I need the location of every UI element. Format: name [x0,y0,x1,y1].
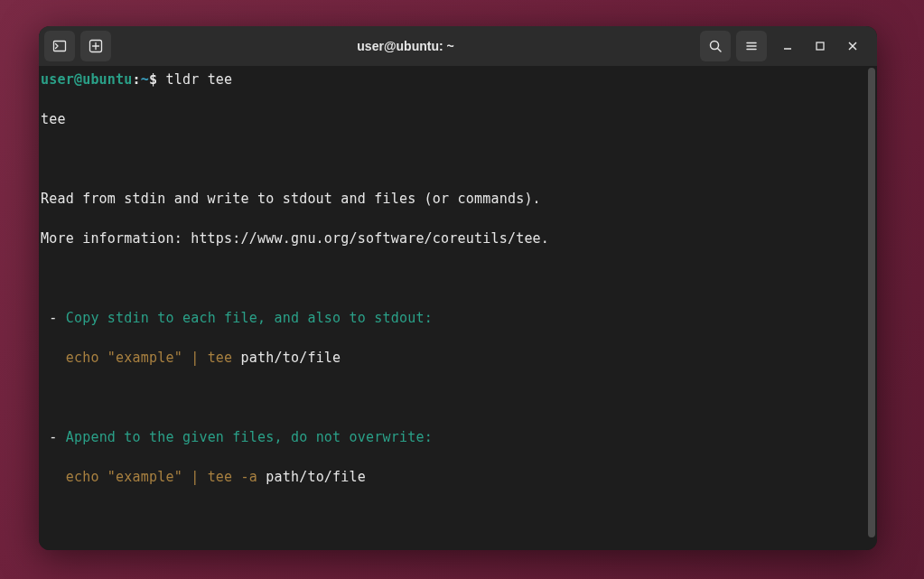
item-arg: path/to/file [266,469,366,485]
output-desc1: Read from stdin and write to stdout and … [41,189,875,209]
window-controls [778,36,863,56]
scrollbar[interactable] [868,68,875,537]
terminal-window: user@ubuntu: ~ user@ubuntu:~$ tldr tee t [39,26,877,550]
minimize-button[interactable] [778,36,798,56]
item-title: Append to the given files, do not overwr… [66,429,433,445]
item-cmd: echo "example" | tee -a [66,469,266,485]
output-name: tee [41,109,875,129]
prompt-path: ~ [141,71,149,88]
new-tab-button[interactable] [80,31,111,61]
prompt-dollar: $ [149,71,165,88]
svg-rect-0 [54,42,66,51]
item-cmd: echo "example" | tee [66,350,241,366]
item-title: Print stdin to the terminal, and also pi… [66,548,817,550]
terminal-output[interactable]: user@ubuntu:~$ tldr tee tee Read from st… [39,66,877,550]
prompt-user-host: user@ubuntu [41,71,133,88]
output-desc2: More information: https://www.gnu.org/so… [41,229,875,248]
item-arg: path/to/file [241,350,341,366]
search-button[interactable] [700,31,731,61]
close-button[interactable] [843,36,863,56]
item-title: Copy stdin to each file, and also to std… [66,310,433,326]
command-text: tldr tee [165,71,232,88]
prompt-colon: : [133,71,141,88]
menu-button[interactable] [736,31,767,61]
terminal-profile-button[interactable] [44,31,75,61]
titlebar: user@ubuntu: ~ [39,26,877,66]
window-title: user@ubuntu: ~ [117,39,695,53]
svg-rect-3 [817,42,824,50]
maximize-button[interactable] [810,36,830,56]
